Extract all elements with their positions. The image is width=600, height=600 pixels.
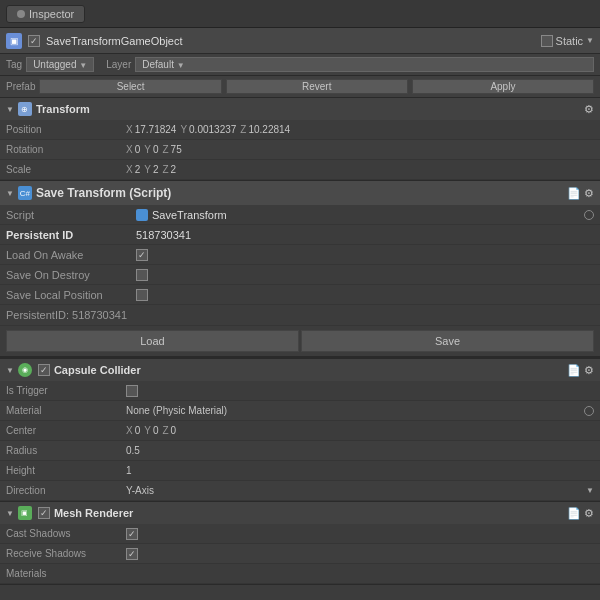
scale-y-group: Y 2: [144, 164, 158, 175]
script-icon: C#: [18, 186, 32, 200]
capsule-collider-section: ▼ ◉ Capsule Collider 📄 ⚙ Is Trigger Mate…: [0, 359, 600, 502]
inspector-tab[interactable]: Inspector: [6, 5, 85, 23]
direction-value: Y-Axis: [126, 485, 154, 496]
rotation-y-group: Y 0: [144, 144, 158, 155]
persistent-id-value[interactable]: 518730341: [136, 229, 594, 241]
cast-shadows-checkbox[interactable]: [126, 528, 138, 540]
static-label: Static: [556, 35, 584, 47]
rotation-z-val[interactable]: 75: [171, 144, 182, 155]
radius-value[interactable]: 0.5: [126, 445, 140, 456]
mesh-doc-icon[interactable]: 📄: [567, 507, 581, 520]
save-local-position-label: Save Local Position: [6, 289, 136, 301]
gameobject-active-checkbox[interactable]: [28, 35, 40, 47]
height-row: Height 1: [0, 461, 600, 481]
material-value[interactable]: None (Physic Material): [126, 405, 227, 416]
script-gear-icon[interactable]: ⚙: [584, 187, 594, 200]
scale-row: Scale X 2 Y 2 Z 2: [0, 160, 600, 180]
script-doc-icon[interactable]: 📄: [567, 187, 581, 200]
center-y-axis: Y: [144, 425, 151, 436]
script-script-row: Script SaveTransform: [0, 205, 600, 225]
mesh-renderer-header: ▼ ▣ Mesh Renderer 📄 ⚙: [0, 502, 600, 524]
rotation-y-axis: Y: [144, 144, 151, 155]
script-ref-circle[interactable]: [584, 210, 594, 220]
transform-settings-icon[interactable]: ⚙: [584, 103, 594, 116]
transform-collapse-icon[interactable]: ▼: [6, 105, 14, 114]
prefab-apply-button[interactable]: Apply: [412, 79, 594, 94]
tag-layer-row: Tag Untagged ▼ Layer Default ▼: [0, 54, 600, 76]
center-y-val[interactable]: 0: [153, 425, 159, 436]
receive-shadows-checkbox[interactable]: [126, 548, 138, 560]
script-ref: SaveTransform: [136, 209, 594, 221]
collider-collapse-icon[interactable]: ▼: [6, 366, 14, 375]
material-circle-btn[interactable]: [584, 406, 594, 416]
collider-active-checkbox[interactable]: [38, 364, 50, 376]
scale-z-val[interactable]: 2: [171, 164, 177, 175]
tag-dropdown[interactable]: Untagged ▼: [26, 57, 94, 72]
rotation-x-group: X 0: [126, 144, 140, 155]
save-button[interactable]: Save: [301, 330, 594, 352]
center-row: Center X 0 Y 0 Z 0: [0, 421, 600, 441]
collider-gear-icon[interactable]: ⚙: [584, 364, 594, 377]
height-value[interactable]: 1: [126, 465, 132, 476]
direction-label: Direction: [6, 485, 126, 496]
is-trigger-label: Is Trigger: [6, 385, 126, 396]
mesh-gear-icon[interactable]: ⚙: [584, 507, 594, 520]
load-save-btn-row: Load Save: [0, 326, 600, 357]
transform-section: ▼ ⊕ Transform ⚙ Position X 17.71824 Y 0.…: [0, 98, 600, 181]
direction-dropdown[interactable]: Y-Axis ▼: [126, 485, 594, 496]
save-transform-section: ▼ C# Save Transform (Script) 📄 ⚙ Script …: [0, 181, 600, 359]
collider-doc-icon[interactable]: 📄: [567, 364, 581, 377]
radius-label: Radius: [6, 445, 126, 456]
collider-icon: ◉: [18, 363, 32, 377]
save-local-position-checkbox[interactable]: [136, 289, 148, 301]
scale-x-val[interactable]: 2: [135, 164, 141, 175]
prefab-select-label: Select: [117, 81, 145, 92]
prefab-row: Prefab Select Revert Apply: [0, 76, 600, 98]
materials-row: Materials: [0, 564, 600, 584]
save-on-destroy-row: Save On Destroy: [0, 265, 600, 285]
is-trigger-checkbox[interactable]: [126, 385, 138, 397]
capsule-collider-header: ▼ ◉ Capsule Collider 📄 ⚙: [0, 359, 600, 381]
center-z-group: Z 0: [162, 425, 176, 436]
center-x-val[interactable]: 0: [135, 425, 141, 436]
transform-icon: ⊕: [18, 102, 32, 116]
materials-label: Materials: [6, 568, 126, 579]
save-transform-header: ▼ C# Save Transform (Script) 📄 ⚙: [0, 181, 600, 205]
mesh-collapse-icon[interactable]: ▼: [6, 509, 14, 518]
script-collapse-icon[interactable]: ▼: [6, 189, 14, 198]
persistent-id-label: Persistent ID: [6, 229, 136, 241]
position-z-val[interactable]: 10.22814: [248, 124, 290, 135]
direction-row: Direction Y-Axis ▼: [0, 481, 600, 501]
script-settings: 📄 ⚙: [567, 187, 594, 200]
prefab-select-button[interactable]: Select: [39, 79, 221, 94]
rotation-x-val[interactable]: 0: [135, 144, 141, 155]
save-on-destroy-checkbox[interactable]: [136, 269, 148, 281]
persistent-id-note: PersistentID: 518730341: [6, 309, 594, 321]
load-button[interactable]: Load: [6, 330, 299, 352]
position-y-val[interactable]: 0.0013237: [189, 124, 236, 135]
prefab-revert-button[interactable]: Revert: [226, 79, 408, 94]
rotation-y-val[interactable]: 0: [153, 144, 159, 155]
inspector-tab-label: Inspector: [29, 8, 74, 20]
script-script-value[interactable]: SaveTransform: [152, 209, 580, 221]
layer-dropdown[interactable]: Default ▼: [135, 57, 594, 72]
height-label: Height: [6, 465, 126, 476]
position-y-group: Y 0.0013237: [180, 124, 236, 135]
center-x-axis: X: [126, 425, 133, 436]
scale-x-axis: X: [126, 164, 133, 175]
center-z-val[interactable]: 0: [171, 425, 177, 436]
scale-y-val[interactable]: 2: [153, 164, 159, 175]
scale-x-group: X 2: [126, 164, 140, 175]
tag-value: Untagged: [33, 59, 76, 70]
mesh-active-checkbox[interactable]: [38, 507, 50, 519]
static-dropdown-arrow[interactable]: ▼: [586, 36, 594, 45]
load-on-awake-checkbox[interactable]: [136, 249, 148, 261]
capsule-collider-title: Capsule Collider: [54, 364, 563, 376]
position-z-group: Z 10.22814: [240, 124, 290, 135]
position-x-group: X 17.71824: [126, 124, 176, 135]
inspector-header: Inspector: [0, 0, 600, 28]
position-x-val[interactable]: 17.71824: [135, 124, 177, 135]
static-checkbox[interactable]: [541, 35, 553, 47]
direction-dropdown-arrow: ▼: [586, 486, 594, 495]
center-label: Center: [6, 425, 126, 436]
